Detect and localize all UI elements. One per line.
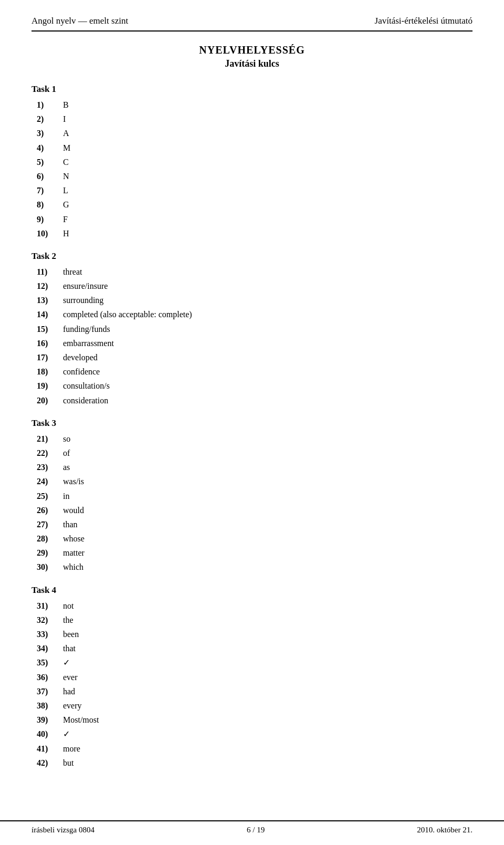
answer-num: 37) (37, 684, 63, 698)
answer-num: 2) (37, 112, 63, 126)
list-item: 21)so (37, 432, 472, 446)
answer-num: 13) (37, 293, 63, 307)
answer-val: L (63, 183, 68, 197)
list-item: 26)would (37, 503, 472, 517)
list-item: 36)ever (37, 670, 472, 684)
answer-num: 24) (37, 474, 63, 488)
footer-right: 2010. október 21. (417, 826, 472, 834)
list-item: 30)which (37, 560, 472, 574)
answer-val: N (63, 169, 69, 183)
answer-val: I (63, 112, 66, 126)
answer-num: 11) (37, 265, 63, 279)
list-item: 10)H (37, 226, 472, 241)
main-title: NYELVHELYESSÉG (32, 44, 472, 56)
answer-num: 9) (37, 212, 63, 226)
list-item: 16)embarrassment (37, 336, 472, 350)
footer-center: 6 / 19 (247, 826, 265, 834)
answer-num: 31) (37, 599, 63, 613)
task1-section: Task 1 1)B2)I3)A4)M5)C6)N7)L8)G9)F10)H (32, 84, 472, 241)
answer-val: ✓ (63, 655, 70, 670)
answer-val: more (63, 742, 80, 756)
answer-val: embarrassment (63, 336, 114, 350)
list-item: 11)threat (37, 265, 472, 279)
answer-num: 32) (37, 613, 63, 627)
list-item: 29)matter (37, 546, 472, 560)
answer-num: 1) (37, 98, 63, 112)
list-item: 8)G (37, 197, 472, 212)
answer-val: the (63, 613, 74, 627)
task3-label: Task 3 (32, 418, 472, 429)
list-item: 25)in (37, 489, 472, 503)
list-item: 2)I (37, 112, 472, 126)
answer-num: 17) (37, 350, 63, 364)
answer-num: 30) (37, 560, 63, 574)
page-header: Angol nyelv — emelt szint Javítási-érték… (32, 16, 472, 32)
answer-num: 26) (37, 503, 63, 517)
answer-num: 25) (37, 489, 63, 503)
footer-left: írásbeli vizsga 0804 (32, 826, 94, 834)
answer-num: 42) (37, 756, 63, 770)
task4-section: Task 4 31)not32)the33)been34)that35)✓36)… (32, 585, 472, 770)
answer-num: 29) (37, 546, 63, 560)
answer-val: consideration (63, 393, 108, 408)
answer-val: developed (63, 350, 98, 364)
task4-answer-list: 31)not32)the33)been34)that35)✓36)ever37)… (32, 599, 472, 770)
list-item: 35)✓ (37, 655, 472, 670)
answer-num: 6) (37, 169, 63, 183)
answer-num: 10) (37, 226, 63, 241)
answer-val: ensure/insure (63, 279, 108, 293)
list-item: 39)Most/most (37, 713, 472, 727)
answer-num: 4) (37, 141, 63, 155)
answer-val: been (63, 627, 79, 641)
list-item: 37)had (37, 684, 472, 698)
answer-num: 19) (37, 379, 63, 393)
list-item: 42)but (37, 756, 472, 770)
answer-num: 40) (37, 727, 63, 741)
answer-num: 38) (37, 698, 63, 713)
answer-num: 27) (37, 517, 63, 531)
answer-val: threat (63, 265, 82, 279)
list-item: 31)not (37, 599, 472, 613)
answer-num: 23) (37, 460, 63, 474)
answer-val: surrounding (63, 293, 103, 307)
answer-num: 20) (37, 393, 63, 408)
list-item: 41)more (37, 742, 472, 756)
answer-val: but (63, 756, 74, 770)
answer-val: would (63, 503, 84, 517)
answer-val: Most/most (63, 713, 99, 727)
answer-val: which (63, 560, 83, 574)
list-item: 14)completed (also acceptable: complete) (37, 307, 472, 321)
list-item: 23)as (37, 460, 472, 474)
answer-val: ever (63, 670, 78, 684)
answer-val: than (63, 517, 78, 531)
answer-val: as (63, 460, 70, 474)
answer-num: 34) (37, 641, 63, 655)
list-item: 34)that (37, 641, 472, 655)
list-item: 3)A (37, 126, 472, 140)
page-container: Angol nyelv — emelt szint Javítási-érték… (0, 0, 504, 845)
list-item: 18)confidence (37, 364, 472, 379)
task4-label: Task 4 (32, 585, 472, 596)
answer-num: 3) (37, 126, 63, 140)
answer-num: 28) (37, 531, 63, 546)
list-item: 7)L (37, 183, 472, 197)
list-item: 24)was/is (37, 474, 472, 488)
answer-val: C (63, 155, 69, 169)
answer-val: confidence (63, 364, 100, 379)
header-left: Angol nyelv — emelt szint (32, 16, 128, 26)
list-item: 38)every (37, 698, 472, 713)
list-item: 40)✓ (37, 727, 472, 741)
answer-num: 14) (37, 307, 63, 321)
answer-val: so (63, 432, 70, 446)
answer-val: not (63, 599, 74, 613)
answer-val: F (63, 212, 68, 226)
list-item: 5)C (37, 155, 472, 169)
list-item: 4)M (37, 141, 472, 155)
header-right: Javítási-értékelési útmutató (375, 16, 472, 26)
answer-num: 22) (37, 446, 63, 460)
answer-val: consultation/s (63, 379, 110, 393)
answer-val: B (63, 98, 69, 112)
answer-val: completed (also acceptable: complete) (63, 307, 192, 321)
answer-num: 15) (37, 322, 63, 336)
list-item: 9)F (37, 212, 472, 226)
